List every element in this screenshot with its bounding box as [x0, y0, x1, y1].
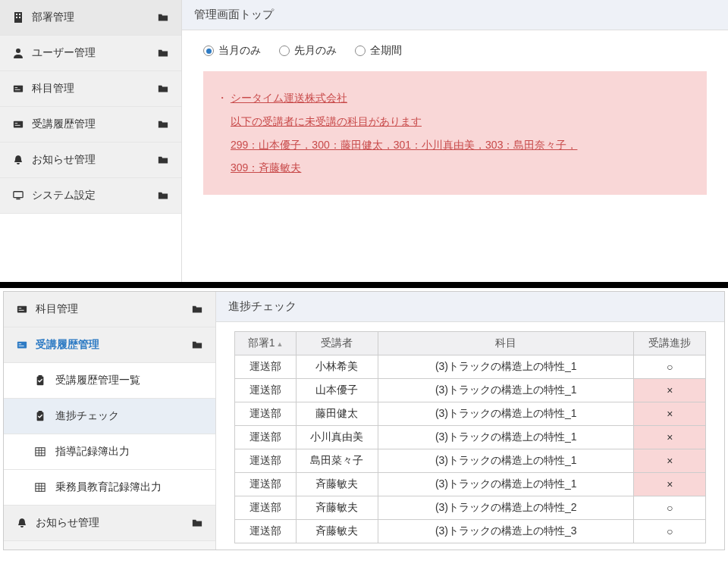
radio-this-month[interactable]: 当月のみ [203, 44, 261, 58]
cell-dept: 運送部 [235, 496, 297, 520]
cell-user: 島田菜々子 [296, 449, 378, 473]
nav-dept[interactable]: 部署管理 [0, 0, 181, 36]
nav-history[interactable]: 受講履歴管理 [0, 107, 181, 142]
radio-dot-icon [355, 45, 366, 56]
clipboard-icon [34, 410, 46, 422]
folder-icon [157, 189, 169, 202]
sidebar-bottom: 科目管理 受講履歴管理 受講履歴管理一覧 [4, 292, 216, 550]
table-icon [34, 446, 46, 458]
alert-line1[interactable]: 以下の受講者に未受講の科目があります [231, 115, 422, 127]
sub-label: 指導記録簿出力 [55, 445, 130, 459]
cell-user: 斉藤敏夫 [296, 473, 378, 496]
sort-asc-icon: ▲ [276, 340, 283, 348]
th-subject[interactable]: 科目 [378, 332, 634, 355]
nav-subject[interactable]: 科目管理 [0, 71, 181, 107]
nav-subject-b[interactable]: 科目管理 [4, 292, 215, 327]
svg-rect-4 [19, 17, 20, 18]
cell-user: 小川真由美 [296, 426, 378, 449]
main-bottom: 進捗チェック 部署1▲ 受講者 科目 受講進捗 運送部小林希美(3)トラックの構… [216, 292, 724, 550]
th-progress[interactable]: 受講進捗 [634, 332, 706, 355]
cell-subject: (3)トラックの構造上の特性_1 [378, 379, 634, 402]
bell-icon [16, 517, 28, 529]
cell-progress: × [634, 402, 706, 426]
nav-history-b[interactable]: 受講履歴管理 [4, 327, 215, 363]
cell-dept: 運送部 [235, 520, 297, 543]
building-icon [12, 11, 24, 23]
table-row[interactable]: 運送部山本優子(3)トラックの構造上の特性_1× [235, 379, 706, 402]
svg-rect-6 [14, 86, 23, 92]
cell-progress: × [634, 449, 706, 473]
nav-notice-b[interactable]: お知らせ管理 [4, 506, 215, 541]
cell-dept: 運送部 [235, 426, 297, 449]
table-row[interactable]: 運送部小林希美(3)トラックの構造上の特性_1○ [235, 355, 706, 379]
table-row[interactable]: 運送部斉藤敏夫(3)トラックの構造上の特性_3○ [235, 520, 706, 543]
sub-export-guidance[interactable]: 指導記録簿出力 [4, 434, 215, 470]
cell-subject: (3)トラックの構造上の特性_1 [378, 449, 634, 473]
cell-user: 藤田健太 [296, 402, 378, 426]
sub-label: 進捗チェック [55, 409, 119, 423]
cell-progress: ○ [634, 355, 706, 379]
card-icon [12, 83, 24, 95]
main-top: 管理画面トップ 当月のみ 先月のみ 全期間 シータイム運送株式会社 以下の受講者… [182, 0, 728, 282]
table-row[interactable]: 運送部藤田健太(3)トラックの構造上の特性_1× [235, 402, 706, 426]
svg-rect-17 [17, 342, 27, 349]
alert-box: シータイム運送株式会社 以下の受講者に未受講の科目があります 299：山本優子，… [203, 71, 707, 195]
nav-label: 科目管理 [36, 302, 78, 316]
svg-rect-10 [15, 123, 18, 124]
radio-dot-icon [203, 45, 214, 56]
cell-user: 斉藤敏夫 [296, 520, 378, 543]
svg-rect-23 [38, 411, 42, 413]
cell-progress: × [634, 426, 706, 449]
svg-rect-15 [19, 308, 22, 308]
cell-dept: 運送部 [235, 449, 297, 473]
monitor-icon [12, 189, 24, 202]
radio-last-month[interactable]: 先月のみ [279, 44, 337, 58]
cell-subject: (3)トラックの構造上の特性_1 [378, 426, 634, 449]
svg-rect-1 [16, 14, 17, 15]
sub-history-list[interactable]: 受講履歴管理一覧 [4, 363, 215, 399]
table-row[interactable]: 運送部島田菜々子(3)トラックの構造上の特性_1× [235, 449, 706, 473]
sub-progress-check[interactable]: 進捗チェック [4, 399, 215, 434]
sub-export-driver[interactable]: 乗務員教育記録簿出力 [4, 470, 215, 506]
cell-subject: (3)トラックの構造上の特性_2 [378, 496, 634, 520]
th-user[interactable]: 受講者 [296, 332, 378, 355]
nav-notice[interactable]: お知らせ管理 [0, 142, 181, 178]
svg-rect-13 [16, 199, 20, 200]
svg-rect-3 [16, 17, 17, 18]
table-row[interactable]: 運送部斉藤敏夫(3)トラックの構造上の特性_1× [235, 473, 706, 496]
nav-system[interactable]: システム設定 [0, 178, 181, 214]
table-row[interactable]: 運送部小川真由美(3)トラックの構造上の特性_1× [235, 426, 706, 449]
cell-subject: (3)トラックの構造上の特性_1 [378, 473, 634, 496]
cell-subject: (3)トラックの構造上の特性_1 [378, 402, 634, 426]
svg-rect-2 [19, 14, 20, 15]
radio-all-period[interactable]: 全期間 [355, 44, 402, 58]
alert-line3[interactable]: 309：斉藤敏夫 [231, 161, 301, 174]
svg-rect-16 [19, 310, 24, 311]
progress-table: 部署1▲ 受講者 科目 受講進捗 運送部小林希美(3)トラックの構造上の特性_1… [234, 331, 706, 543]
svg-rect-14 [17, 306, 27, 313]
radio-dot-icon [279, 45, 290, 56]
clipboard-icon [34, 374, 46, 387]
alert-line2[interactable]: 299：山本優子，300：藤田健太，301：小川真由美，303：島田奈々子， [231, 139, 577, 151]
th-dept[interactable]: 部署1▲ [235, 332, 297, 355]
folder-icon [157, 83, 169, 95]
nav-user[interactable]: ユーザー管理 [0, 36, 181, 71]
folder-icon [157, 154, 169, 166]
nav-label: 受講履歴管理 [32, 117, 96, 131]
alert-company-link[interactable]: シータイム運送株式会社 [231, 92, 347, 104]
folder-icon [157, 118, 169, 130]
svg-rect-24 [36, 448, 45, 456]
svg-rect-7 [15, 87, 18, 88]
cell-subject: (3)トラックの構造上の特性_3 [378, 520, 634, 543]
nav-label: 受講履歴管理 [36, 338, 99, 352]
svg-rect-29 [36, 484, 45, 492]
svg-rect-9 [14, 121, 23, 128]
sub-label: 乗務員教育記録簿出力 [55, 481, 162, 494]
cell-user: 斉藤敏夫 [296, 496, 378, 520]
cell-user: 山本優子 [296, 379, 378, 402]
folder-icon [191, 303, 203, 315]
table-row[interactable]: 運送部斉藤敏夫(3)トラックの構造上の特性_2○ [235, 496, 706, 520]
nav-label: お知らせ管理 [32, 153, 96, 167]
svg-rect-18 [19, 343, 22, 344]
nav-label: 部署管理 [32, 11, 74, 24]
